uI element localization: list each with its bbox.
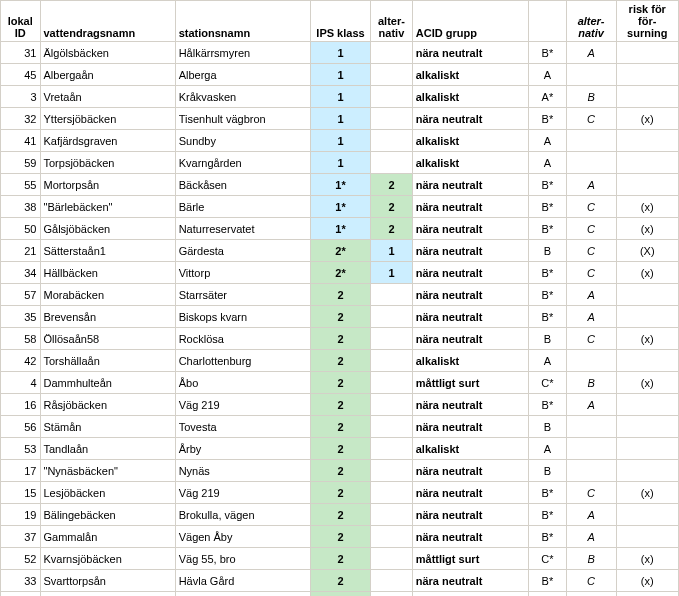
cell-acid: nära neutralt: [412, 262, 528, 284]
cell-b: B: [529, 416, 566, 438]
cell-risk: [616, 174, 678, 196]
cell-alt: [371, 284, 413, 306]
th-lokal-id: lokalID: [1, 1, 41, 42]
cell-b: B*: [529, 174, 566, 196]
cell-ips: 2: [310, 372, 370, 394]
cell-b: A: [529, 438, 566, 460]
table-row: 56StämånTovesta2nära neutraltB: [1, 416, 679, 438]
cell-vat: Vingåkersån: [40, 592, 175, 596]
cell-id: 36: [1, 592, 41, 596]
cell-id: 38: [1, 196, 41, 218]
cell-alt: [371, 504, 413, 526]
cell-vat: Tandlaån: [40, 438, 175, 460]
cell-id: 19: [1, 504, 41, 526]
cell-vat: Morabäcken: [40, 284, 175, 306]
cell-stn: Nynäs: [175, 460, 310, 482]
cell-risk: [616, 86, 678, 108]
table-row: 45AlbergaånAlberga1alkalisktA: [1, 64, 679, 86]
cell-stn: Alberga: [175, 64, 310, 86]
cell-vat: Brevensån: [40, 306, 175, 328]
cell-vat: Kafjärdsgraven: [40, 130, 175, 152]
cell-risk: (X): [616, 240, 678, 262]
cell-stn: Bärle: [175, 196, 310, 218]
table-row: 16RåsjöbäckenVäg 2192nära neutraltB*A: [1, 394, 679, 416]
cell-stn: Väg 219: [175, 482, 310, 504]
cell-a2: B: [566, 548, 616, 570]
cell-a2: A: [566, 284, 616, 306]
cell-b: A: [529, 64, 566, 86]
cell-acid: alkaliskt: [412, 438, 528, 460]
cell-alt: 2: [371, 218, 413, 240]
cell-id: 31: [1, 42, 41, 64]
cell-ips: 1*: [310, 174, 370, 196]
cell-stn: Kråkvasken: [175, 86, 310, 108]
cell-ips: 1: [310, 64, 370, 86]
cell-risk: [616, 438, 678, 460]
cell-a2: [566, 130, 616, 152]
cell-alt: [371, 152, 413, 174]
cell-b: B*: [529, 504, 566, 526]
cell-risk: [616, 42, 678, 64]
cell-vat: Vretaån: [40, 86, 175, 108]
cell-alt: 1: [371, 262, 413, 284]
cell-a2: [566, 416, 616, 438]
cell-b: A*: [529, 86, 566, 108]
cell-id: 37: [1, 526, 41, 548]
cell-ips: 2: [310, 460, 370, 482]
cell-ips: 2: [310, 306, 370, 328]
cell-alt: [371, 372, 413, 394]
cell-ips: 2: [310, 350, 370, 372]
cell-risk: [616, 460, 678, 482]
cell-stn: Väg 219: [175, 394, 310, 416]
cell-stn: Årby: [175, 438, 310, 460]
th-risk: risk förför-surning: [616, 1, 678, 42]
cell-id: 58: [1, 328, 41, 350]
th-b: [529, 1, 566, 42]
cell-a2: C: [566, 328, 616, 350]
cell-vat: Yttersjöbäcken: [40, 108, 175, 130]
cell-risk: (x): [616, 328, 678, 350]
cell-acid: nära neutralt: [412, 240, 528, 262]
cell-vat: Gammalån: [40, 526, 175, 548]
cell-acid: nära neutralt: [412, 394, 528, 416]
cell-b: B*: [529, 108, 566, 130]
cell-alt: [371, 592, 413, 596]
cell-b: B*: [529, 284, 566, 306]
cell-acid: måttligt surt: [412, 372, 528, 394]
table-row: 35BrevensånBiskops kvarn2nära neutraltB*…: [1, 306, 679, 328]
cell-alt: [371, 350, 413, 372]
cell-a2: [566, 152, 616, 174]
cell-stn: Rocklösa: [175, 328, 310, 350]
cell-vat: Sätterstaån1: [40, 240, 175, 262]
table-body: 31ÄlgölsbäckenHålkärrsmyren1nära neutral…: [1, 42, 679, 596]
cell-ips: 2: [310, 438, 370, 460]
cell-ips: 1*: [310, 196, 370, 218]
table-row: 15LesjöbäckenVäg 2192nära neutraltB*C(x): [1, 482, 679, 504]
cell-a2: A: [566, 526, 616, 548]
cell-vat: "Nynäsbäcken": [40, 460, 175, 482]
cell-stn: Hävla Gård: [175, 570, 310, 592]
table-row: 36VingåkersånVägen Åby2alkalisktA: [1, 592, 679, 596]
cell-ips: 2: [310, 284, 370, 306]
cell-vat: Bälingebäcken: [40, 504, 175, 526]
cell-ips: 1: [310, 108, 370, 130]
cell-stn: Vittorp: [175, 262, 310, 284]
cell-id: 35: [1, 306, 41, 328]
cell-alt: [371, 108, 413, 130]
th-acid-grupp: ACID grupp: [412, 1, 528, 42]
cell-acid: alkaliskt: [412, 592, 528, 596]
cell-acid: nära neutralt: [412, 416, 528, 438]
cell-stn: Kvarngården: [175, 152, 310, 174]
cell-ips: 1: [310, 152, 370, 174]
cell-alt: [371, 570, 413, 592]
cell-ips: 2: [310, 592, 370, 596]
cell-risk: [616, 64, 678, 86]
cell-acid: nära neutralt: [412, 306, 528, 328]
cell-stn: Väg 55, bro: [175, 548, 310, 570]
cell-vat: Hällbäcken: [40, 262, 175, 284]
cell-vat: Mortorpsån: [40, 174, 175, 196]
cell-ips: 2: [310, 504, 370, 526]
cell-risk: (x): [616, 218, 678, 240]
cell-a2: [566, 438, 616, 460]
cell-ips: 1: [310, 42, 370, 64]
